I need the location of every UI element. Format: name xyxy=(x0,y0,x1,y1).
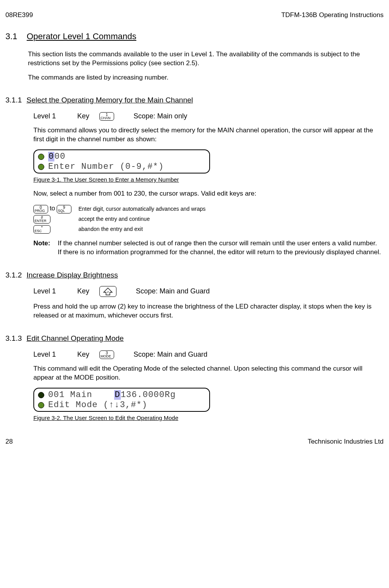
header-right: TDFM-136B Operating Instructions xyxy=(281,11,384,20)
key-label: Key xyxy=(77,111,97,121)
key-table: 0 PROG to 9 SQL Enter digit, cursor auto… xyxy=(33,203,208,234)
level-label: Level 1 xyxy=(33,286,75,296)
figure-3-1-caption: Figure 3-1. The User Screen to Enter a M… xyxy=(33,176,382,184)
section-3-1-heading: 3.1 Operator Level 1 Commands xyxy=(5,31,384,42)
s31-p1: This section lists the commands availabl… xyxy=(28,50,382,68)
level-label: Level 1 xyxy=(33,111,75,121)
page-number: 28 xyxy=(5,437,13,446)
scope-label: Scope: Main only xyxy=(134,112,187,120)
key-1-chan: 1 CHAN xyxy=(99,112,114,121)
led-dot-icon xyxy=(38,154,44,160)
note-label: Note: xyxy=(33,239,56,248)
s312-meta: Level 1 Key 2 Scope: Main and Guard xyxy=(33,286,382,297)
key-9-sql: 9 SQL xyxy=(57,205,71,213)
lcd-display-2: 001 Main D136.0000Rg Edit Mode (↑↓3,#*) xyxy=(33,388,210,412)
note-block: Note: If the channel number selected is … xyxy=(33,239,382,257)
footer-right: Technisonic Industries Ltd xyxy=(307,437,384,446)
header-left: 08RE399 xyxy=(5,11,33,20)
section-3-1-2-heading: 3.1.2Increase Display Brightness xyxy=(5,270,384,280)
svg-text:2: 2 xyxy=(107,290,109,294)
key-desc-digits: Enter digit, cursor automatically advanc… xyxy=(78,203,208,214)
figure-3-2-caption: Figure 3-2. The User Screen to Edit the … xyxy=(33,414,382,422)
note-text: If the channel number selected is out of… xyxy=(58,239,382,257)
key-0-prog: 0 PROG xyxy=(33,205,48,213)
page-header: 08RE399 TDFM-136B Operating Instructions xyxy=(5,11,384,20)
led-dot-icon xyxy=(38,164,44,170)
led-dot-icon xyxy=(38,392,44,398)
s311-meta: Level 1 Key 1 CHAN Scope: Main only xyxy=(33,111,382,121)
s313-p1: This command will edit the Operating Mod… xyxy=(33,364,382,382)
key-up-arrow-2: 2 xyxy=(99,286,116,297)
page-footer: 28 Technisonic Industries Ltd xyxy=(5,437,384,446)
scope-label: Scope: Main and Guard xyxy=(136,287,210,295)
section-number: 3.1 xyxy=(5,31,17,42)
section-3-1-3-heading: 3.1.3Edit Channel Operating Mode xyxy=(5,333,384,343)
key-desc-enter: accept the entry and continue xyxy=(78,214,208,224)
key-label: Key xyxy=(77,286,97,296)
key-desc-esc: abandon the entry and exit xyxy=(78,224,208,234)
key-hash-enter: # ENTER xyxy=(33,215,50,224)
lcd-line2: Edit Mode (↑↓3,#*) xyxy=(48,399,148,411)
level-label: Level 1 xyxy=(33,350,75,359)
key-star-esc: * ESC xyxy=(33,225,50,234)
key-label: Key xyxy=(77,350,97,359)
lcd-line2: Enter Number (0-9,#*) xyxy=(48,161,164,173)
lcd-display-1: 000 Enter Number (0-9,#*) xyxy=(33,149,210,173)
s31-p2: The commands are listed by increasing nu… xyxy=(28,73,382,82)
s311-p1: This command allows you to directly sele… xyxy=(33,126,382,144)
key-3-mode: 3 MODE xyxy=(99,350,114,359)
led-dot-icon xyxy=(38,402,44,408)
s312-p1: Press and hold the up arrow (2) key to i… xyxy=(33,302,382,320)
section-3-1-1-heading: 3.1.1Select the Operating Memory for the… xyxy=(5,95,384,105)
scope-label: Scope: Main and Guard xyxy=(134,350,207,358)
s311-p2: Now, select a number from 001 to 230, th… xyxy=(33,189,382,198)
section-title: Operator Level 1 Commands xyxy=(27,31,136,41)
s313-meta: Level 1 Key 3 MODE Scope: Main and Guard xyxy=(33,350,382,359)
to-label: to xyxy=(50,205,55,212)
